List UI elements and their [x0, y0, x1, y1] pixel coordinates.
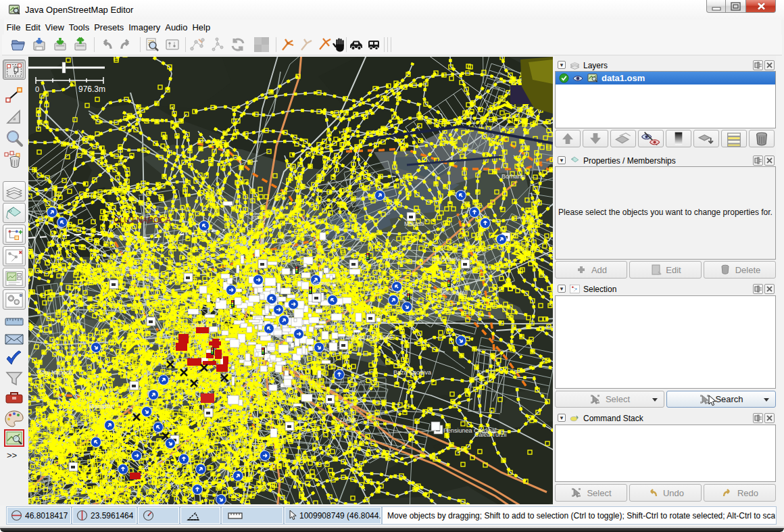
svg-text:Bld. 21 Dec 1989: Bld. 21 Dec 1989	[346, 334, 393, 341]
svg-text:Manastur: Manastur	[89, 403, 115, 410]
svg-text:Borhanci: Borhanci	[501, 173, 526, 180]
svg-text:CLUJ-NAPOCA: CLUJ-NAPOCA	[114, 216, 171, 225]
svg-text:Gruia: Gruia	[143, 274, 158, 281]
svg-text:Centru: Centru	[191, 322, 209, 329]
svg-text:Pensiunea Cardinal: Pensiunea Cardinal	[443, 427, 497, 434]
svg-text:Baza Sportiva: Baza Sportiva	[393, 369, 431, 376]
svg-text:Somesu: Somesu	[312, 280, 335, 287]
svg-text:Iulius Mall: Iulius Mall	[441, 289, 468, 296]
svg-text:Iris: Iris	[251, 214, 260, 220]
svg-text:976.3m: 976.3m	[78, 84, 105, 94]
svg-text:Zorilor: Zorilor	[339, 416, 357, 423]
svg-text:Marasti: Marasti	[404, 220, 424, 227]
svg-text:0: 0	[35, 85, 39, 93]
svg-text:Aurel Vlaicu: Aurel Vlaicu	[427, 256, 460, 262]
svg-text:Cluj Napoca: Cluj Napoca	[39, 369, 72, 376]
